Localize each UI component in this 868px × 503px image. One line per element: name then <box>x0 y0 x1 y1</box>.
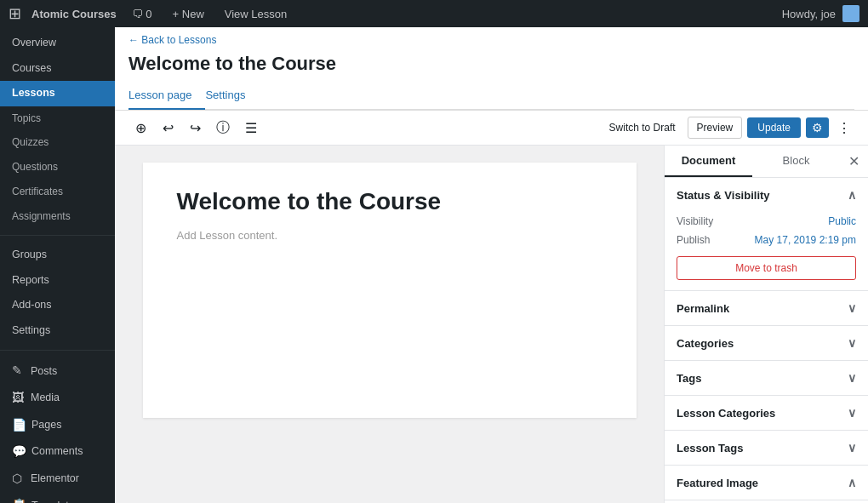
info-button[interactable]: ⓘ <box>210 116 236 140</box>
tags-header[interactable]: Tags <box>665 361 868 395</box>
status-visibility-title: Status & Visibility <box>677 189 770 202</box>
topics-label: Topics <box>12 111 41 126</box>
layout: Overview Courses Lessons Topics Quizzes … <box>0 27 868 503</box>
wp-logo-icon[interactable]: ⊞ <box>9 4 21 23</box>
sidebar-item-assignments[interactable]: Assignments <box>0 204 115 229</box>
publish-value[interactable]: May 17, 2019 2:19 pm <box>755 234 856 246</box>
wp-section: ✎ Posts 🖼 Media 📄 Pages 💬 Comments ⬡ Ele… <box>0 354 115 503</box>
groups-label: Groups <box>12 248 47 263</box>
add-block-button[interactable]: ⊕ <box>128 116 152 140</box>
sidebar-item-addons[interactable]: Add-ons <box>0 293 115 318</box>
comments-icon: 💬 <box>12 443 26 460</box>
sidebar-item-quizzes[interactable]: Quizzes <box>0 130 115 155</box>
featured-image-header[interactable]: Featured Image <box>665 466 868 500</box>
undo-button[interactable]: ↩ <box>156 116 180 140</box>
sidebar-item-topics[interactable]: Topics <box>0 106 115 131</box>
update-button[interactable]: Update <box>747 117 801 138</box>
categories-chevron <box>848 336 856 350</box>
publish-label: Publish <box>677 234 710 246</box>
sidebar-item-comments[interactable]: 💬 Comments <box>0 438 115 466</box>
canvas-page: Welcome to the Course Add Lesson content… <box>143 163 637 418</box>
avatar[interactable] <box>842 5 859 22</box>
list-view-button[interactable]: ☰ <box>239 116 263 140</box>
main-content: ← Back to Lessons Welcome to the Course … <box>115 27 868 503</box>
tags-section: Tags <box>665 361 868 396</box>
posts-icon: ✎ <box>12 363 26 380</box>
right-panel: Document Block ✕ Status & Visibility Vis… <box>664 146 868 503</box>
assignments-label: Assignments <box>12 209 71 224</box>
howdy-text: Howdy, joe <box>782 8 836 20</box>
sidebar-item-overview[interactable]: Overview <box>0 31 115 56</box>
atomic-courses-section: Overview Courses Lessons Topics Quizzes … <box>0 27 115 231</box>
lesson-categories-header[interactable]: Lesson Categories <box>665 396 868 430</box>
canvas-title[interactable]: Welcome to the Course <box>177 188 602 215</box>
tab-lesson-page[interactable]: Lesson page <box>128 82 205 110</box>
editor-header: ← Back to Lessons Welcome to the Course … <box>115 27 868 111</box>
certificates-label: Certificates <box>12 185 63 199</box>
sidebar-item-settings[interactable]: Settings <box>0 318 115 344</box>
admin-bar-right: Howdy, joe <box>782 5 859 22</box>
site-name[interactable]: Atomic Courses <box>31 8 117 20</box>
lesson-categories-section: Lesson Categories <box>665 396 868 431</box>
panel-tabs: Document Block ✕ <box>665 146 868 178</box>
back-to-lessons-link[interactable]: ← Back to Lessons <box>128 27 854 49</box>
templates-icon: 📋 <box>12 497 26 503</box>
categories-header[interactable]: Categories <box>665 326 868 360</box>
toolbar-right: Switch to Draft Preview Update ⚙ ⋮ <box>602 117 854 140</box>
elementor-label: Elementor <box>31 472 79 487</box>
permalink-section: Permalink <box>665 291 868 326</box>
sidebar-item-courses[interactable]: Courses <box>0 56 115 82</box>
switch-to-draft-button[interactable]: Switch to Draft <box>602 118 682 137</box>
lesson-categories-chevron <box>848 406 856 420</box>
new-button[interactable]: + New <box>168 8 209 20</box>
featured-image-chevron <box>848 476 856 489</box>
comment-count[interactable]: 🗨 0 <box>127 8 157 20</box>
move-to-trash-button[interactable]: Move to trash <box>677 256 856 280</box>
sidebar-item-questions[interactable]: Questions <box>0 155 115 180</box>
media-icon: 🖼 <box>12 390 26 407</box>
sidebar-item-templates[interactable]: 📋 Templates <box>0 492 115 503</box>
tags-chevron <box>848 371 856 385</box>
editor-toolbar: ⊕ ↩ ↪ ⓘ ☰ Switch to Draft Preview Update… <box>115 111 868 146</box>
canvas-content-placeholder[interactable]: Add Lesson content. <box>177 229 602 242</box>
permalink-header[interactable]: Permalink <box>665 291 868 325</box>
overview-label: Overview <box>12 36 56 51</box>
status-visibility-header[interactable]: Status & Visibility <box>665 178 868 212</box>
sidebar-item-pages[interactable]: 📄 Pages <box>0 412 115 439</box>
sidebar-item-media[interactable]: 🖼 Media <box>0 385 115 412</box>
visibility-row: Visibility Public <box>677 212 856 231</box>
sidebar-item-certificates[interactable]: Certificates <box>0 180 115 204</box>
admin-bar-left: ⊞ Atomic Courses 🗨 0 + New View Lesson <box>9 4 292 23</box>
elementor-icon: ⬡ <box>12 471 26 488</box>
preview-button[interactable]: Preview <box>688 117 743 139</box>
view-lesson-link[interactable]: View Lesson <box>220 8 292 20</box>
quizzes-label: Quizzes <box>12 135 49 150</box>
editor-area: Welcome to the Course Add Lesson content… <box>115 146 868 503</box>
editor-canvas[interactable]: Welcome to the Course Add Lesson content… <box>115 146 664 503</box>
sidebar-item-lessons[interactable]: Lessons <box>0 81 115 106</box>
publish-row: Publish May 17, 2019 2:19 pm <box>677 231 856 249</box>
panel-close-button[interactable]: ✕ <box>840 146 868 176</box>
more-options-button[interactable]: ⋮ <box>834 117 854 140</box>
categories-section: Categories <box>665 326 868 361</box>
editor-tabs: Lesson page Settings <box>128 82 854 110</box>
status-visibility-content: Visibility Public Publish May 17, 2019 2… <box>665 212 868 290</box>
tab-settings[interactable]: Settings <box>205 82 259 110</box>
questions-label: Questions <box>12 160 58 174</box>
tags-title: Tags <box>677 372 701 385</box>
sidebar-item-reports[interactable]: Reports <box>0 268 115 294</box>
page-title: Welcome to the Course <box>128 49 854 82</box>
sidebar-item-groups[interactable]: Groups <box>0 243 115 268</box>
comments-label: Comments <box>31 444 83 460</box>
tab-block[interactable]: Block <box>752 146 840 177</box>
sidebar-item-posts[interactable]: ✎ Posts <box>0 357 115 385</box>
status-visibility-chevron <box>848 188 856 202</box>
tab-document[interactable]: Document <box>665 146 752 177</box>
settings-gear-button[interactable]: ⚙ <box>806 117 829 138</box>
redo-button[interactable]: ↪ <box>183 116 207 140</box>
visibility-value[interactable]: Public <box>828 215 856 227</box>
pages-icon: 📄 <box>12 417 26 434</box>
sidebar-item-elementor[interactable]: ⬡ Elementor <box>0 466 115 493</box>
groups-section: Groups Reports Add-ons Settings <box>0 239 115 346</box>
lesson-tags-header[interactable]: Lesson Tags <box>665 431 868 465</box>
